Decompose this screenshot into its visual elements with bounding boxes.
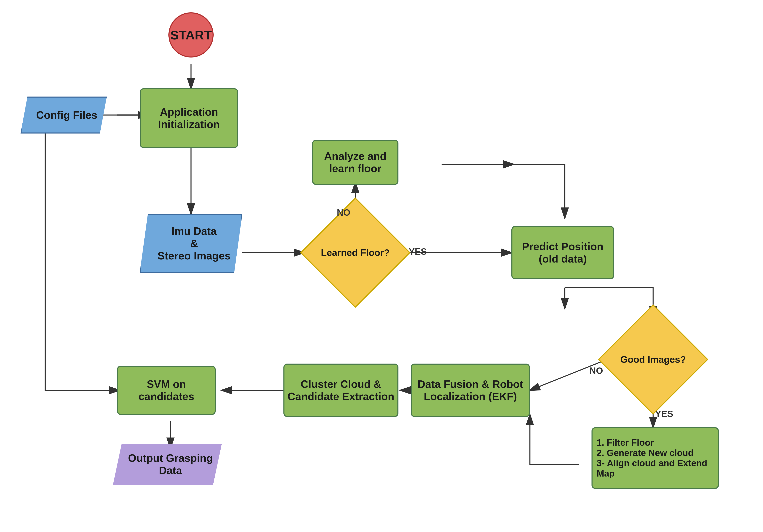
analyze-floor-node: Analyze and learn floor — [312, 140, 398, 185]
app-init-node: Application Initialization — [140, 88, 238, 148]
yes2-label: YES — [655, 409, 673, 419]
yes1-label: YES — [409, 247, 427, 257]
data-fusion-label: Data Fusion & Robot Localization (EKF) — [417, 378, 523, 403]
no2-label: NO — [590, 366, 603, 376]
svm-label: SVM on candidates — [118, 378, 215, 403]
start-node: START — [168, 12, 214, 57]
output-label: Output Grasping Data — [119, 452, 222, 477]
output-node: Output Grasping Data — [113, 444, 222, 485]
config-files-label: Config Files — [36, 109, 97, 121]
predict-position-label: Predict Position (old data) — [522, 240, 603, 265]
no1-label: NO — [337, 207, 350, 218]
filter-floor-label: 1. Filter Floor 2. Generate New cloud 3-… — [593, 438, 718, 479]
config-files-node: Config Files — [21, 97, 107, 134]
start-label: START — [170, 28, 212, 42]
cluster-cloud-node: Cluster Cloud & Candidate Extraction — [283, 364, 398, 417]
imu-data-label: Imu Data & Stereo Images — [158, 225, 231, 262]
good-images-label: Good Images? — [620, 354, 686, 365]
predict-position-node: Predict Position (old data) — [511, 226, 614, 279]
data-fusion-node: Data Fusion & Robot Localization (EKF) — [411, 364, 530, 417]
learned-floor-node: Learned Floor? — [300, 197, 410, 308]
app-init-label: Application Initialization — [158, 106, 220, 131]
filter-floor-node: 1. Filter Floor 2. Generate New cloud 3-… — [592, 427, 719, 489]
good-images-node: Good Images? — [598, 304, 708, 414]
learned-floor-label: Learned Floor? — [321, 247, 390, 258]
analyze-floor-label: Analyze and learn floor — [324, 150, 386, 174]
imu-data-node: Imu Data & Stereo Images — [140, 214, 242, 273]
cluster-cloud-label: Cluster Cloud & Candidate Extraction — [287, 378, 394, 403]
svm-node: SVM on candidates — [117, 366, 216, 415]
